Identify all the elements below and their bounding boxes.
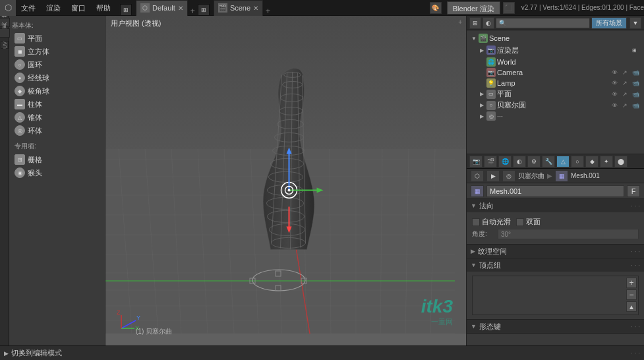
- tab-tools[interactable]: 工具: [0, 28, 10, 38]
- tab-scene-close[interactable]: ✕: [253, 5, 258, 12]
- primitive-cube[interactable]: ◼ 立方体: [12, 45, 102, 58]
- prop-icon-constraints[interactable]: ⚙: [527, 156, 541, 167]
- lamp-camera-icon[interactable]: 📹: [631, 78, 640, 88]
- tree-item-camera[interactable]: ▶ 📷 Camera 👁 ↗ 📹: [477, 67, 641, 78]
- breadcrumb: ⬡ ▶ ◎ 贝塞尔曲 ▶ ▦ Mesh.001: [467, 169, 644, 183]
- prop-icon-modifiers[interactable]: 🔧: [542, 156, 555, 167]
- props-sections: ▼ 法向 · · · 自动光滑 双面: [467, 199, 644, 360]
- shape-keys-header[interactable]: ▼ 形态键 · · ·: [467, 320, 644, 333]
- outliner-icon-2[interactable]: ◐: [483, 17, 494, 29]
- outliner-search[interactable]: 🔍: [496, 18, 590, 28]
- tab-default[interactable]: ⬡ Default ✕: [136, 0, 188, 16]
- lamp-eye-icon[interactable]: 👁: [610, 78, 619, 88]
- special-grid[interactable]: ⊞ 栅格: [12, 153, 102, 166]
- menu-file[interactable]: 文件: [16, 0, 41, 16]
- icosphere-icon: ◆: [15, 86, 25, 96]
- vertex-group-move-up-btn[interactable]: ▲: [626, 301, 637, 312]
- tab-default-close[interactable]: ✕: [178, 5, 183, 12]
- svg-point-60: [252, 270, 305, 291]
- renderlayer-end-icons: ⊞: [628, 44, 640, 56]
- camera-camera-icon[interactable]: 📹: [631, 68, 640, 77]
- add-tab-btn[interactable]: +: [188, 7, 198, 16]
- normals-header[interactable]: ▼ 法向 · · ·: [467, 199, 644, 212]
- menu-render[interactable]: 渲染: [41, 0, 66, 16]
- tree-item-plane[interactable]: ▶ ▭ 平面 👁 ↗ 📹: [477, 88, 641, 100]
- bezier-camera-icon[interactable]: 📹: [631, 101, 640, 110]
- prop-icon-render[interactable]: 📷: [469, 156, 483, 167]
- double-sided-toggle[interactable]: 双面: [516, 217, 541, 227]
- render-engine-btn[interactable]: Blender 渲染: [447, 1, 500, 15]
- prop-icon-object[interactable]: ◐: [513, 156, 526, 167]
- tree-item-bezier[interactable]: ▶ ○ 贝塞尔圆 👁 ↗ 📹: [477, 100, 641, 111]
- menu-help[interactable]: 帮助: [91, 0, 116, 16]
- circle-label: 圆环: [28, 60, 42, 70]
- bezier-object-3d: [247, 65, 333, 257]
- primitive-circle[interactable]: ○ 圆环: [12, 58, 102, 71]
- prop-icon-material[interactable]: ○: [571, 156, 584, 167]
- tree-item-scene[interactable]: ▼ 🎬 Scene: [469, 33, 641, 44]
- primitive-icosphere[interactable]: ◆ 棱角球: [12, 84, 102, 98]
- auto-smooth-toggle[interactable]: 自动光滑: [472, 217, 511, 227]
- double-sided-checkbox[interactable]: [516, 218, 524, 226]
- primitive-torus[interactable]: ◎ 环体: [12, 124, 102, 137]
- prop-icon-texture[interactable]: ◆: [585, 156, 599, 167]
- add-tab-btn2[interactable]: +: [263, 7, 273, 16]
- breadcrumb-icon-2[interactable]: ▶: [486, 170, 500, 182]
- grid-icon: ⊞: [15, 154, 25, 165]
- scene-tree: ▼ 🎬 Scene ▶ 📷 渲染层 ⊞ ▶ 🌐 World: [467, 30, 644, 154]
- tab-create[interactable]: 创建: [0, 18, 10, 27]
- primitive-uvsphere[interactable]: ● 经线球: [12, 71, 102, 84]
- prop-icon-particles[interactable]: ✦: [600, 156, 613, 167]
- basic-section-title: 基本体:: [12, 21, 102, 30]
- toggle-edit-mode-btn[interactable]: ▶ 切换到编辑模式 · · ·: [0, 345, 644, 360]
- vertex-group-remove-btn[interactable]: −: [626, 289, 637, 300]
- tree-item-world[interactable]: ▶ 🌐 World: [477, 57, 641, 67]
- mesh-name-input[interactable]: [486, 185, 624, 197]
- camera-cursor-icon[interactable]: ↗: [620, 68, 629, 77]
- breadcrumb-mesh-icon[interactable]: ▦: [555, 170, 568, 182]
- primitive-plane[interactable]: ▭ 平面: [12, 32, 102, 45]
- fake-user-btn[interactable]: F: [627, 185, 640, 197]
- tree-item-renderlayer[interactable]: ▶ 📷 渲染层 ⊞: [477, 44, 641, 57]
- texture-space-arrow: ▶: [471, 248, 475, 255]
- viewport-expand-btn[interactable]: +: [458, 18, 462, 26]
- tab-scene-icon: 🎬: [218, 3, 227, 13]
- workspace-icon: ⊞: [120, 4, 132, 16]
- world-icon: 🌐: [486, 57, 496, 67]
- prop-icon-physics[interactable]: ⬤: [614, 156, 628, 167]
- outliner-icons: ⊞ ◐: [469, 17, 494, 29]
- texture-space-header[interactable]: ▶ 纹理空间 · · ·: [467, 245, 644, 258]
- prop-icon-data[interactable]: △: [556, 156, 570, 167]
- tree-item-lamp[interactable]: ▶ 💡 Lamp 👁 ↗ 📹: [477, 78, 641, 88]
- camera-eye-icon[interactable]: 👁: [610, 68, 619, 77]
- outliner: ⊞ ◐ 🔍 所有场景 ▼ ▼ 🎬 Scene ▶: [467, 16, 644, 154]
- prop-icon-scene[interactable]: 🎬: [484, 156, 497, 167]
- tab-scene[interactable]: 🎬 Scene ✕: [214, 0, 263, 16]
- lamp-cursor-icon[interactable]: ↗: [620, 78, 629, 88]
- bezier-cursor-icon[interactable]: ↗: [620, 101, 629, 110]
- prop-icon-world[interactable]: 🌐: [498, 156, 512, 167]
- vertex-group-add-btn[interactable]: +: [626, 278, 637, 288]
- primitive-cylinder[interactable]: ▬ 柱体: [12, 98, 102, 111]
- plane-camera-icon[interactable]: 📹: [631, 90, 640, 99]
- tree-item-more[interactable]: ▶ ◎ ···: [477, 111, 641, 121]
- plane-cursor-icon[interactable]: ↗: [620, 90, 629, 99]
- angle-input[interactable]: 30°: [498, 229, 639, 239]
- menu-window[interactable]: 窗口: [66, 0, 91, 16]
- outliner-icon-1[interactable]: ⊞: [469, 17, 481, 29]
- bezier-eye-icon[interactable]: 👁: [610, 101, 619, 110]
- primitive-cone[interactable]: △ 锥体: [12, 111, 102, 124]
- breadcrumb-icon-3[interactable]: ◎: [502, 170, 515, 182]
- version-info: v2.77 | Verts:1/624 | Edges:0/1,200 | Fa…: [521, 4, 644, 11]
- auto-smooth-checkbox[interactable]: [472, 218, 480, 226]
- viewport[interactable]: 用户视图 (透视): [105, 16, 466, 360]
- scene-select-btn[interactable]: 所有场景: [591, 17, 627, 29]
- breadcrumb-icon-1[interactable]: ⬡: [471, 170, 484, 182]
- special-monkey[interactable]: ◉ 猴头: [12, 166, 102, 179]
- tab-uv[interactable]: UV: [1, 41, 9, 49]
- vertex-groups-header[interactable]: ▼ 顶点组 · · ·: [467, 258, 644, 272]
- outliner-filter-btn[interactable]: ▼: [629, 17, 641, 29]
- vertex-groups-section: ▼ 顶点组 · · · + − ▲: [467, 258, 644, 320]
- double-sided-label: 双面: [526, 217, 541, 227]
- plane-eye-icon[interactable]: 👁: [610, 90, 619, 99]
